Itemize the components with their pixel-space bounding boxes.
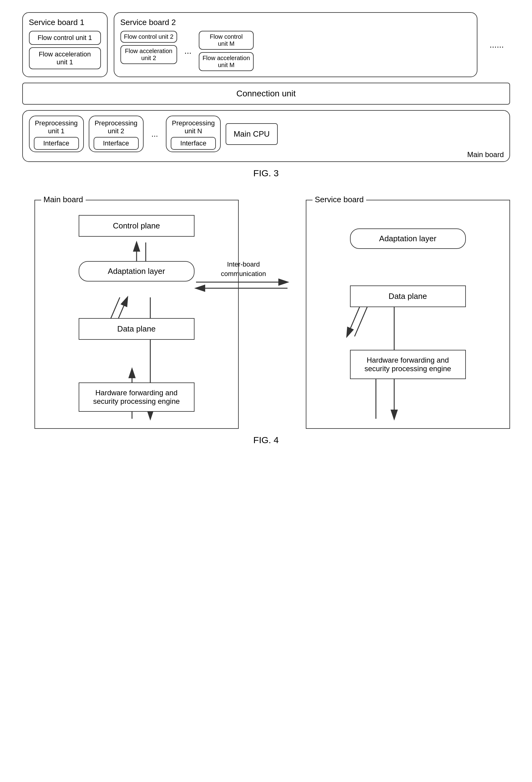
fig3-diagram: Service board 1 Flow control unit 1 Flow…: [22, 12, 510, 194]
fig4-main-hw-engine: Hardware forwarding andsecurity processi…: [79, 383, 194, 412]
main-board-ellipsis: ...: [149, 129, 161, 139]
flow-acceleration-unit-2: Flow accelerationunit 2: [120, 45, 177, 64]
preproc-unit-2-title: Preprocessingunit 2: [93, 119, 139, 135]
inter-board-label: Inter-boardcommunication: [221, 260, 266, 279]
flow-control-unit-2: Flow control unit 2: [120, 31, 177, 43]
fig4-diagram: Main board Control plane Adaptation laye…: [22, 200, 510, 461]
preproc-unit-1: Preprocessingunit 1 Interface: [29, 116, 84, 152]
connection-unit: Connection unit: [22, 83, 510, 105]
board2-col-2: Flow controlunit M Flow accelerationunit…: [199, 31, 254, 71]
main-board-label: Main board: [467, 150, 504, 159]
fig4-caption: FIG. 4: [22, 435, 510, 445]
preproc-unit-n-title: Preprocessingunit N: [171, 119, 216, 135]
fig3-top-row: Service board 1 Flow control unit 1 Flow…: [22, 12, 510, 77]
ellipsis-mid: ...: [181, 46, 194, 56]
board2-col-1: Flow control unit 2 Flow accelerationuni…: [120, 31, 177, 64]
fig4-service-data-plane: Data plane: [350, 285, 466, 307]
fig4-service-board: Service board Inter-boardcommunication A…: [306, 200, 510, 429]
fig4-main-board-title: Main board: [41, 195, 86, 204]
fig4-main-data-plane: Data plane: [79, 318, 194, 340]
board2-inner: Flow control unit 2 Flow accelerationuni…: [120, 31, 471, 71]
fig4-boards-wrapper: Main board Control plane Adaptation laye…: [22, 200, 510, 429]
fig4-main-board: Main board Control plane Adaptation laye…: [34, 200, 239, 429]
flow-acceleration-unit-m: Flow accelerationunit M: [199, 52, 254, 71]
dots-right: ......: [484, 40, 510, 50]
interface-2: Interface: [93, 137, 139, 150]
preproc-unit-2: Preprocessingunit 2 Interface: [89, 116, 144, 152]
fig4-service-adapt-layer: Adaptation layer: [350, 228, 466, 249]
interface-n: Interface: [171, 137, 216, 150]
main-board: Preprocessingunit 1 Interface Preprocess…: [22, 110, 510, 162]
fig4-boards: Main board Control plane Adaptation laye…: [22, 200, 510, 429]
interface-1: Interface: [34, 137, 79, 150]
main-board-inner: Preprocessingunit 1 Interface Preprocess…: [29, 116, 503, 152]
service-board-2: Service board 2 Flow control unit 2 Flow…: [114, 12, 478, 77]
service-board-1: Service board 1 Flow control unit 1 Flow…: [22, 12, 108, 77]
fig4-control-plane: Control plane: [79, 215, 194, 237]
service-board-1-title: Service board 1: [29, 18, 101, 27]
fig4-service-board-title: Service board: [312, 195, 366, 204]
fig3-caption: FIG. 3: [22, 168, 510, 178]
preproc-unit-n: Preprocessingunit N Interface: [166, 116, 221, 152]
flow-control-unit-1: Flow control unit 1: [29, 31, 101, 45]
fig4-main-adapt-layer: Adaptation layer: [79, 261, 194, 282]
flow-acceleration-unit-1: Flow accelerationunit 1: [29, 47, 101, 69]
main-cpu: Main CPU: [226, 123, 277, 145]
fig4-service-hw-engine: Hardware forwarding andsecurity processi…: [350, 350, 466, 379]
flow-control-unit-m: Flow controlunit M: [199, 31, 254, 50]
preproc-unit-1-title: Preprocessingunit 1: [34, 119, 79, 135]
service-board-2-title: Service board 2: [120, 18, 471, 27]
